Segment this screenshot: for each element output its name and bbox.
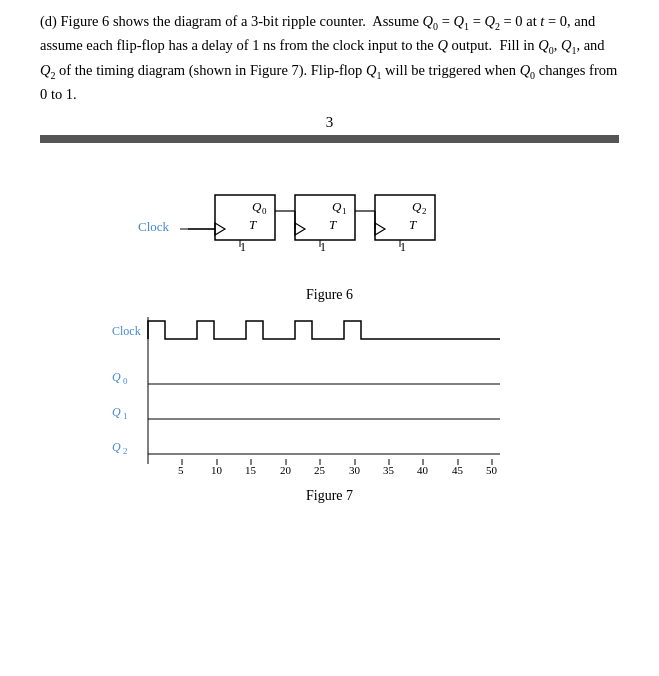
svg-marker-6 bbox=[215, 223, 225, 235]
svg-text:1: 1 bbox=[400, 240, 406, 254]
svg-text:Q: Q bbox=[112, 370, 121, 384]
figure6-svg: Clock Q 0 T 1 Q 1 bbox=[120, 153, 540, 283]
page-number: 3 bbox=[40, 114, 619, 131]
question-block: (d) Figure 6 shows the diagram of a 3-bi… bbox=[40, 10, 619, 106]
when-text: when bbox=[485, 62, 516, 78]
svg-text:15: 15 bbox=[245, 464, 257, 476]
svg-text:40: 40 bbox=[417, 464, 429, 476]
svg-rect-21 bbox=[375, 195, 435, 240]
svg-text:Q: Q bbox=[112, 440, 121, 454]
svg-text:20: 20 bbox=[280, 464, 292, 476]
svg-text:Clock: Clock bbox=[112, 324, 141, 338]
svg-text:2: 2 bbox=[123, 446, 128, 456]
question-label: (d) bbox=[40, 13, 57, 29]
svg-text:25: 25 bbox=[314, 464, 326, 476]
section-divider bbox=[40, 135, 619, 143]
figure6-caption: Figure 6 bbox=[306, 287, 353, 303]
figure6-container: Clock Q 0 T 1 Q 1 bbox=[40, 153, 619, 303]
svg-rect-12 bbox=[295, 195, 355, 240]
svg-text:50: 50 bbox=[486, 464, 498, 476]
svg-text:Clock: Clock bbox=[138, 219, 170, 234]
svg-marker-16 bbox=[295, 223, 305, 235]
svg-text:1: 1 bbox=[123, 411, 128, 421]
svg-text:Q: Q bbox=[252, 199, 262, 214]
figure7-caption: Figure 7 bbox=[306, 488, 353, 504]
svg-text:T: T bbox=[409, 217, 417, 232]
figure7-svg: Clock Q 0 Q 1 Q 2 bbox=[110, 309, 550, 484]
svg-text:1: 1 bbox=[240, 240, 246, 254]
svg-text:5: 5 bbox=[178, 464, 184, 476]
svg-text:Q: Q bbox=[112, 405, 121, 419]
figure7-container: Clock Q 0 Q 1 Q 2 bbox=[40, 309, 619, 504]
svg-text:T: T bbox=[249, 217, 257, 232]
svg-rect-2 bbox=[215, 195, 275, 240]
svg-text:0: 0 bbox=[123, 376, 128, 386]
svg-text:45: 45 bbox=[452, 464, 464, 476]
svg-text:1: 1 bbox=[320, 240, 326, 254]
svg-text:35: 35 bbox=[383, 464, 395, 476]
svg-text:Q: Q bbox=[412, 199, 422, 214]
svg-text:30: 30 bbox=[349, 464, 361, 476]
svg-text:10: 10 bbox=[211, 464, 223, 476]
svg-text:1: 1 bbox=[342, 206, 347, 216]
svg-text:2: 2 bbox=[422, 206, 427, 216]
svg-text:T: T bbox=[329, 217, 337, 232]
svg-marker-25 bbox=[375, 223, 385, 235]
svg-text:Q: Q bbox=[332, 199, 342, 214]
svg-text:0: 0 bbox=[262, 206, 267, 216]
page: (d) Figure 6 shows the diagram of a 3-bi… bbox=[0, 0, 659, 528]
